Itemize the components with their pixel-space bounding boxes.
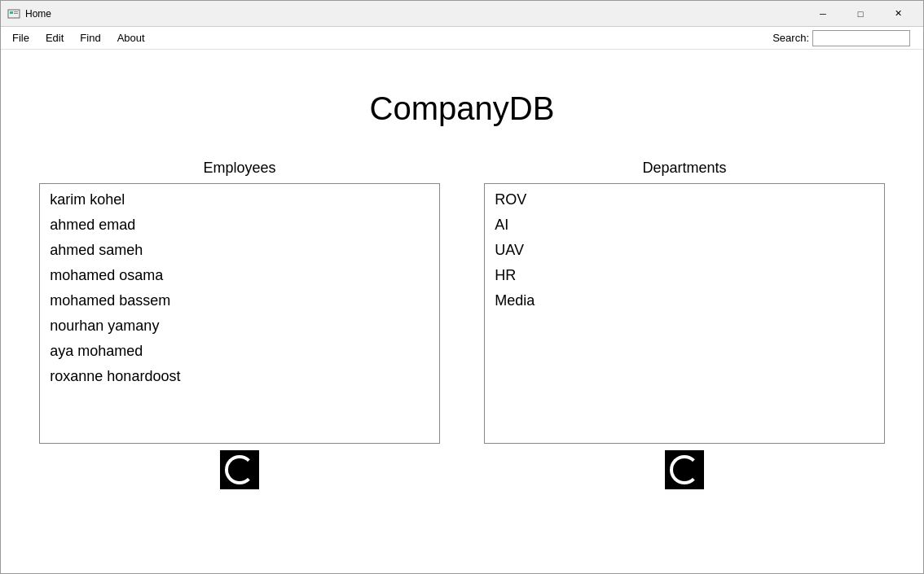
window-title: Home	[25, 8, 804, 20]
list-item[interactable]: ROV	[491, 187, 877, 213]
list-item[interactable]: karim kohel	[46, 187, 432, 213]
search-input[interactable]	[812, 30, 910, 46]
list-item[interactable]: mohamed bassem	[46, 288, 432, 313]
list-item[interactable]: nourhan yamany	[46, 313, 432, 339]
list-item[interactable]: UAV	[491, 238, 877, 263]
menu-item-file[interactable]: File	[4, 28, 37, 47]
menu-bar: File Edit Find About Search:	[1, 27, 923, 50]
title-bar: Home ─ □ ✕	[1, 1, 923, 27]
panels-container: Employees karim kohelahmed emadahmed sam…	[17, 160, 907, 489]
departments-panel-title: Departments	[642, 160, 726, 177]
departments-c-icon	[670, 455, 699, 484]
search-label: Search:	[772, 32, 809, 44]
menu-item-find[interactable]: Find	[72, 28, 108, 47]
minimize-button[interactable]: ─	[804, 1, 842, 27]
list-item[interactable]: Media	[491, 288, 877, 313]
svg-rect-2	[14, 11, 18, 12]
app-title: CompanyDB	[370, 90, 555, 127]
svg-rect-1	[10, 11, 13, 14]
menu-item-about[interactable]: About	[109, 28, 153, 47]
svg-rect-3	[14, 13, 18, 14]
minimize-icon: ─	[820, 9, 826, 19]
list-item[interactable]: roxanne honardoost	[46, 364, 432, 389]
employees-c-icon	[225, 455, 254, 484]
close-button[interactable]: ✕	[879, 1, 917, 27]
main-content: CompanyDB Employees karim kohelahmed ema…	[1, 50, 923, 573]
employees-list[interactable]: karim kohelahmed emadahmed samehmohamed …	[39, 183, 439, 444]
main-window: Home ─ □ ✕ File Edit Find About Search: …	[0, 0, 924, 574]
maximize-button[interactable]: □	[842, 1, 879, 27]
departments-list[interactable]: ROVAIUAVHRMedia	[484, 183, 884, 444]
departments-panel: Departments ROVAIUAVHRMedia	[484, 160, 884, 489]
list-item[interactable]: aya mohamed	[46, 339, 432, 364]
list-item[interactable]: mohamed osama	[46, 263, 432, 288]
employees-panel: Employees karim kohelahmed emadahmed sam…	[39, 160, 439, 489]
list-item[interactable]: ahmed emad	[46, 213, 432, 238]
list-item[interactable]: AI	[491, 213, 877, 238]
list-item[interactable]: HR	[491, 263, 877, 288]
departments-add-button[interactable]	[665, 450, 704, 489]
close-icon: ✕	[895, 8, 902, 19]
employees-panel-title: Employees	[203, 160, 275, 177]
window-icon	[7, 7, 20, 20]
search-area: Search:	[772, 30, 920, 46]
menu-item-edit[interactable]: Edit	[37, 28, 72, 47]
window-controls: ─ □ ✕	[804, 1, 917, 27]
employees-add-button[interactable]	[220, 450, 259, 489]
list-item[interactable]: ahmed sameh	[46, 238, 432, 263]
maximize-icon: □	[858, 9, 864, 19]
